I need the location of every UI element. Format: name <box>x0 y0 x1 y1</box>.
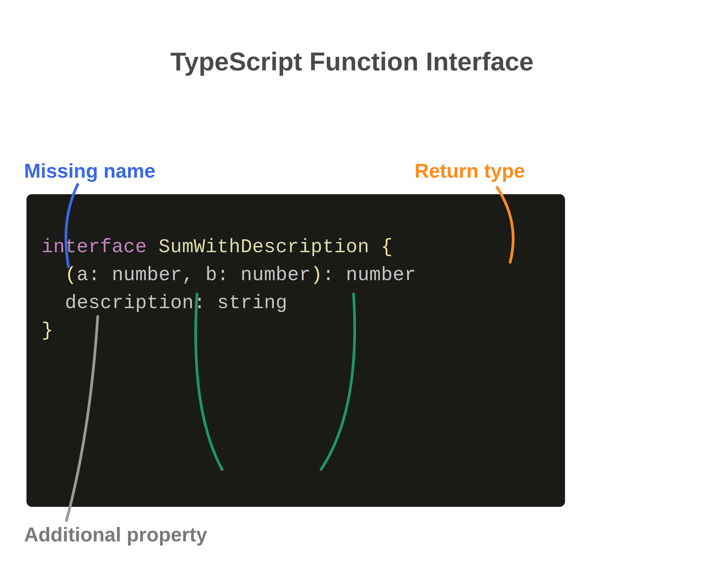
param-a: a <box>77 264 89 286</box>
code-block: interface SumWithDescription { (a: numbe… <box>26 194 565 507</box>
return-type: number <box>346 264 416 286</box>
code-line-1: interface SumWithDescription { <box>42 233 550 261</box>
diagram-title: TypeScript Function Interface <box>170 47 533 76</box>
code-line-2: (a: number, b: number): number <box>42 261 550 289</box>
prop-name: description <box>65 292 194 314</box>
param-b: b <box>206 264 217 286</box>
param-a-type: number <box>112 264 182 286</box>
call-sig-open: ( <box>65 264 77 286</box>
close-brace: } <box>42 320 53 341</box>
code-line-3: description: string <box>42 289 550 317</box>
label-return-type: Return type <box>415 159 525 182</box>
keyword-interface: interface <box>42 236 147 258</box>
label-additional-property: Additional property <box>24 523 207 546</box>
param-b-type: number <box>241 264 311 286</box>
type-name: SumWithDescription <box>159 236 369 258</box>
prop-type: string <box>217 292 287 314</box>
open-brace: { <box>381 236 393 258</box>
call-sig-close: ) <box>311 264 322 286</box>
label-missing-name: Missing name <box>24 159 155 182</box>
code-line-4: } <box>42 317 550 345</box>
